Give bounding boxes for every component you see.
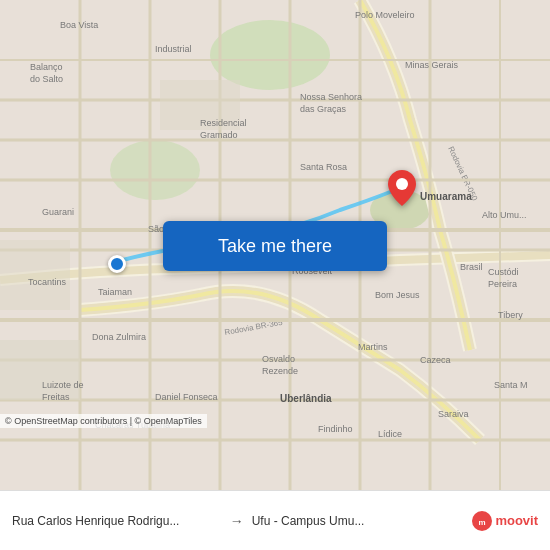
map-attribution: © OpenStreetMap contributors | © OpenMap…	[0, 414, 207, 428]
svg-text:Polo Moveleiro: Polo Moveleiro	[355, 10, 415, 20]
svg-text:Alto Umu...: Alto Umu...	[482, 210, 527, 220]
svg-text:Industrial: Industrial	[155, 44, 192, 54]
svg-point-65	[396, 178, 408, 190]
svg-text:Uberlândia: Uberlândia	[280, 393, 332, 404]
svg-rect-23	[0, 340, 80, 400]
svg-text:Martins: Martins	[358, 342, 388, 352]
origin-text: Rua Carlos Henrique Rodrigu...	[12, 514, 222, 528]
svg-point-1	[210, 20, 330, 90]
moovit-logo: m moovit	[471, 510, 538, 532]
svg-text:Guarani: Guarani	[42, 207, 74, 217]
svg-text:Dona Zulmira: Dona Zulmira	[92, 332, 146, 342]
svg-text:Bom Jesus: Bom Jesus	[375, 290, 420, 300]
svg-text:Minas Gerais: Minas Gerais	[405, 60, 459, 70]
svg-text:Taiaman: Taiaman	[98, 287, 132, 297]
footer-origin: Rua Carlos Henrique Rodrigu...	[12, 514, 222, 528]
svg-text:Cazeca: Cazeca	[420, 355, 451, 365]
destination-text: Ufu - Campus Umu...	[252, 514, 462, 528]
take-me-there-button[interactable]: Take me there	[163, 221, 387, 271]
svg-text:Santa M: Santa M	[494, 380, 528, 390]
svg-text:Lídice: Lídice	[378, 429, 402, 439]
svg-text:Freitas: Freitas	[42, 392, 70, 402]
svg-text:Rezende: Rezende	[262, 366, 298, 376]
svg-text:Residencial: Residencial	[200, 118, 247, 128]
svg-text:Santa Rosa: Santa Rosa	[300, 162, 347, 172]
direction-arrow: →	[230, 513, 244, 529]
svg-text:Brasil: Brasil	[460, 262, 483, 272]
footer-destination: Ufu - Campus Umu...	[252, 514, 462, 528]
svg-text:m: m	[479, 518, 486, 527]
svg-rect-24	[0, 240, 70, 310]
footer-bar: Rua Carlos Henrique Rodrigu... → Ufu - C…	[0, 490, 550, 550]
map-container: Rodovia BR-050 Rodovia BR-365 Boa Vista …	[0, 0, 550, 490]
svg-text:Boa Vista: Boa Vista	[60, 20, 98, 30]
svg-text:Nossa Senhora: Nossa Senhora	[300, 92, 362, 102]
svg-text:Pereira: Pereira	[488, 279, 517, 289]
moovit-text: moovit	[495, 513, 538, 528]
destination-marker	[388, 170, 416, 210]
svg-text:Findinho: Findinho	[318, 424, 353, 434]
svg-point-2	[110, 140, 200, 200]
svg-text:das Graças: das Graças	[300, 104, 347, 114]
svg-text:Luizote de: Luizote de	[42, 380, 84, 390]
origin-marker	[108, 255, 126, 273]
svg-text:Umuarama: Umuarama	[420, 191, 472, 202]
svg-text:Custódi: Custódi	[488, 267, 519, 277]
svg-text:Saraiva: Saraiva	[438, 409, 469, 419]
svg-text:Osvaldo: Osvaldo	[262, 354, 295, 364]
svg-text:Balanço: Balanço	[30, 62, 63, 72]
svg-text:Daniel Fonseca: Daniel Fonseca	[155, 392, 218, 402]
svg-text:Tibery: Tibery	[498, 310, 523, 320]
svg-text:Gramado: Gramado	[200, 130, 238, 140]
svg-text:Tocantins: Tocantins	[28, 277, 67, 287]
svg-text:do Salto: do Salto	[30, 74, 63, 84]
